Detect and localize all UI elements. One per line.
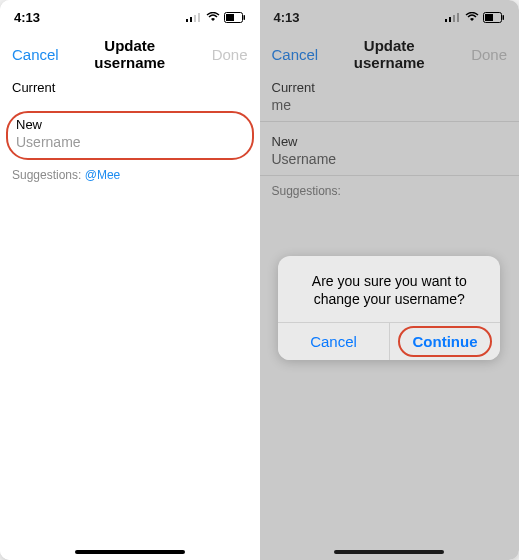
suggestions-label: Suggestions: — [12, 168, 81, 182]
dialog-buttons: Cancel Continue — [278, 322, 500, 360]
home-indicator[interactable] — [334, 550, 444, 554]
svg-rect-3 — [198, 13, 200, 22]
home-indicator[interactable] — [75, 550, 185, 554]
new-username-input[interactable]: Username — [16, 134, 244, 150]
svg-rect-0 — [186, 19, 188, 22]
confirm-dialog: Are you sure you want to change your use… — [278, 256, 500, 360]
new-label: New — [16, 117, 244, 132]
battery-icon — [224, 12, 246, 23]
cellular-signal-icon — [186, 12, 202, 22]
suggestions-row[interactable]: Suggestions: @Mee — [0, 160, 260, 190]
new-username-highlight: New Username — [6, 111, 254, 160]
dialog-continue-label: Continue — [413, 333, 478, 350]
wifi-icon — [206, 12, 220, 22]
dialog-continue-button[interactable]: Continue — [390, 323, 501, 360]
dialog-cancel-button[interactable]: Cancel — [278, 323, 390, 360]
status-indicators — [186, 12, 246, 23]
dialog-backdrop: Are you sure you want to change your use… — [260, 0, 520, 560]
svg-rect-5 — [226, 14, 234, 21]
current-label: Current — [0, 74, 260, 95]
phone-right: 4:13 Cancel Update username Done Current… — [260, 0, 520, 560]
dialog-message: Are you sure you want to change your use… — [278, 256, 500, 322]
current-username-field[interactable] — [0, 95, 260, 105]
status-bar: 4:13 — [0, 0, 260, 34]
status-time: 4:13 — [14, 10, 40, 25]
svg-rect-2 — [194, 15, 196, 22]
nav-bar: Cancel Update username Done — [0, 34, 260, 74]
suggestion-item[interactable]: @Mee — [85, 168, 121, 182]
page-title: Update username — [72, 37, 188, 71]
svg-rect-6 — [243, 15, 245, 20]
done-button[interactable]: Done — [188, 46, 248, 63]
phone-left: 4:13 Cancel Update username Done Current… — [0, 0, 260, 560]
cancel-button[interactable]: Cancel — [12, 46, 72, 63]
screenshot-pair: 4:13 Cancel Update username Done Current… — [0, 0, 519, 560]
svg-rect-1 — [190, 17, 192, 22]
